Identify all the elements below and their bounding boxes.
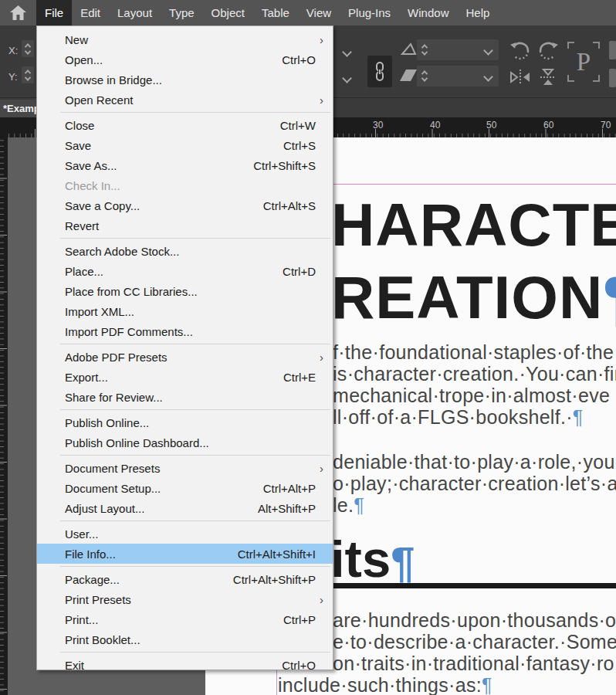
menu-item[interactable]: Print Presets ›	[37, 589, 333, 609]
menu-item[interactable]: Share for Review...	[37, 387, 333, 407]
menubar-item[interactable]: Plug-Ins	[340, 0, 399, 25]
menu-item[interactable]: New ›	[37, 29, 333, 49]
menubar-item[interactable]: File	[36, 0, 72, 25]
flip-vertical-icon[interactable]	[536, 66, 560, 88]
doc-body-line: on·traits·in·traditional·fantasy·ro	[333, 653, 614, 675]
menu-item[interactable]: Check In...	[37, 175, 333, 195]
menu-item[interactable]: Exit Ctrl+Q	[37, 655, 333, 670]
skew-icon[interactable]	[400, 69, 417, 82]
ruler-number: 60	[543, 120, 553, 131]
doc-subheading: its¶	[330, 533, 415, 585]
menu-bar: FileEditLayoutTypeObjectTableViewPlug-In…	[0, 0, 616, 25]
menu-item[interactable]: Print Booklet...	[37, 629, 333, 649]
y-field-label: Y:	[8, 71, 18, 83]
indesign-window: HARACTE REATION¶ f·the·foundational·stap…	[0, 0, 616, 695]
x-stepper[interactable]	[22, 40, 34, 57]
rotate-ccw-icon[interactable]	[536, 39, 560, 63]
doc-body-line: deniable·that·to·play·a·role,·you	[333, 451, 615, 473]
menu-separator	[60, 238, 330, 239]
reference-point-proxy[interactable]: P	[567, 42, 600, 82]
menubar-item[interactable]: Layout	[109, 0, 161, 25]
home-icon	[10, 5, 26, 20]
menu-item[interactable]: Publish Online Dashboard...	[37, 432, 333, 453]
menu-item[interactable]: Place from CC Libraries...	[37, 281, 333, 301]
pilcrow-mark: ¶	[391, 537, 415, 586]
doc-body-line: ll·off·of·a·FLGS·bookshelf.·¶	[333, 406, 584, 429]
submenu-arrow-icon: ›	[316, 93, 323, 107]
menubar-item[interactable]: Type	[161, 0, 203, 25]
stepper[interactable]	[418, 67, 431, 84]
constrain-proportions-button[interactable]	[367, 56, 392, 87]
doc-body-line: are·hundreds·upon·thousands·o	[333, 609, 616, 632]
home-button[interactable]	[0, 0, 36, 25]
vertical-ruler[interactable]	[0, 117, 8, 695]
menubar-item[interactable]: Object	[203, 0, 253, 25]
menu-item[interactable]: Search Adobe Stock...	[37, 241, 333, 261]
menu-item[interactable]: Import XML...	[37, 301, 333, 321]
proxy-letter: P	[577, 48, 591, 76]
menubar-item[interactable]: Edit	[72, 0, 109, 25]
menu-item[interactable]: File Info... Ctrl+Alt+Shift+I	[37, 544, 333, 564]
menu-item[interactable]: Browse in Bridge...	[37, 70, 333, 90]
menu-item[interactable]: Open Recent ›	[37, 90, 333, 110]
y-stepper[interactable]	[22, 66, 34, 83]
doc-body-line: e·to·describe·a·character.·Some	[333, 631, 616, 653]
shear-angle-combo[interactable]	[417, 66, 499, 86]
menu-separator	[60, 566, 330, 567]
menu-separator	[60, 409, 330, 410]
flip-horizontal-icon[interactable]	[508, 66, 533, 88]
menu-item[interactable]: Close Ctrl+W	[37, 115, 333, 135]
dropdown-chevron-icon[interactable]	[344, 49, 351, 56]
ruler-number: 40	[430, 120, 440, 131]
ruler-number: 30	[373, 120, 383, 131]
dropdown-chevron-icon[interactable]	[485, 73, 492, 81]
doc-body-line: le.¶	[333, 494, 364, 517]
menu-item[interactable]: Document Presets ›	[37, 458, 333, 478]
menubar-item[interactable]: Help	[457, 0, 498, 25]
menu-item[interactable]: Document Setup... Ctrl+Alt+P	[37, 478, 333, 498]
x-field-label: X:	[8, 45, 18, 56]
rotate-cw-icon[interactable]	[508, 39, 533, 63]
menu-item[interactable]: Publish Online...	[37, 412, 333, 432]
submenu-arrow-icon: ›	[316, 33, 323, 46]
dropdown-chevron-icon[interactable]	[485, 47, 492, 55]
menubar-items: FileEditLayoutTypeObjectTableViewPlug-In…	[36, 0, 498, 25]
menubar-item[interactable]: Window	[399, 0, 457, 25]
submenu-arrow-icon: ›	[316, 462, 323, 475]
menu-separator	[60, 112, 330, 113]
menu-item[interactable]: Save Ctrl+S	[37, 135, 333, 155]
clipped-icon	[609, 41, 616, 59]
menu-item[interactable]: Place... Ctrl+D	[37, 261, 333, 281]
menu-item[interactable]: Open... Ctrl+O	[37, 49, 333, 70]
menubar-item[interactable]: Table	[253, 0, 298, 25]
ruler-number: 50	[486, 120, 496, 131]
shear-icon[interactable]	[400, 42, 417, 56]
menu-separator	[60, 520, 330, 521]
menu-item[interactable]: Revert	[37, 215, 333, 236]
menu-item[interactable]: Adjust Layout... Alt+Shift+P	[37, 498, 333, 518]
doc-body-line: is·character·creation.·You·can·fin	[333, 363, 616, 385]
menu-item[interactable]: Export... Ctrl+E	[37, 367, 333, 387]
menu-item[interactable]: Save As... Ctrl+Shift+S	[37, 155, 333, 175]
menu-item[interactable]: Import PDF Comments...	[37, 321, 333, 341]
doc-body-line: f·the·foundational·staples·of·the	[333, 341, 614, 364]
menu-item[interactable]: Print... Ctrl+P	[37, 609, 333, 629]
menu-item[interactable]: User...	[37, 524, 333, 544]
menubar-item[interactable]: View	[298, 0, 340, 25]
menu-separator	[60, 652, 330, 653]
doc-body-line: o·play;·character·creation·let’s·a	[333, 473, 616, 495]
doc-heading-line2: REATION¶	[331, 267, 616, 327]
pilcrow-mark: ¶	[482, 674, 492, 695]
dropdown-chevron-icon[interactable]	[344, 75, 351, 83]
doc-heading-line1: HARACTE	[331, 195, 616, 255]
rotation-angle-combo[interactable]	[417, 39, 499, 60]
pilcrow-mark: ¶	[354, 494, 364, 516]
menu-item[interactable]: Adobe PDF Presets ›	[37, 347, 333, 367]
submenu-arrow-icon: ›	[316, 593, 323, 606]
stepper[interactable]	[418, 41, 431, 58]
menu-separator	[60, 344, 330, 344]
ruler-number: 70	[601, 120, 611, 131]
menu-item[interactable]: Package... Ctrl+Alt+Shift+P	[37, 569, 333, 589]
file-menu-popup: New › Open... Ctrl+O Browse in Bridge...…	[36, 25, 333, 670]
menu-item[interactable]: Save a Copy... Ctrl+Alt+S	[37, 195, 333, 215]
